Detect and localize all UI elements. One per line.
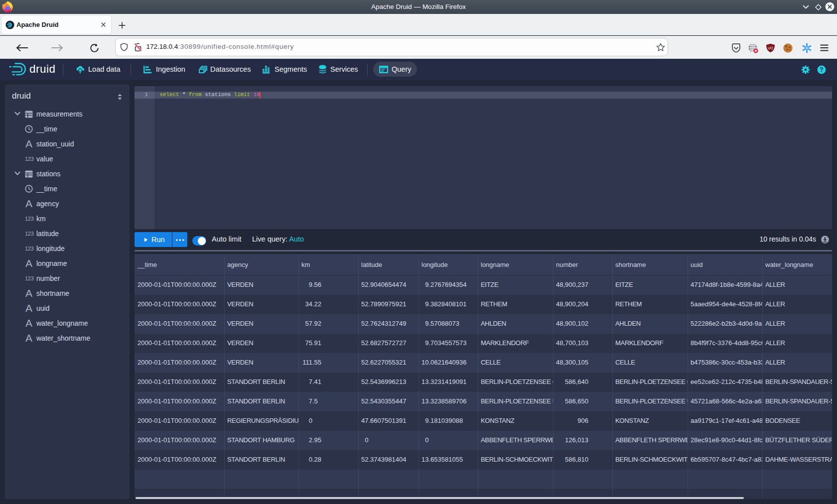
- svg-text:?: ?: [820, 66, 823, 73]
- svg-text:UO: UO: [768, 46, 773, 50]
